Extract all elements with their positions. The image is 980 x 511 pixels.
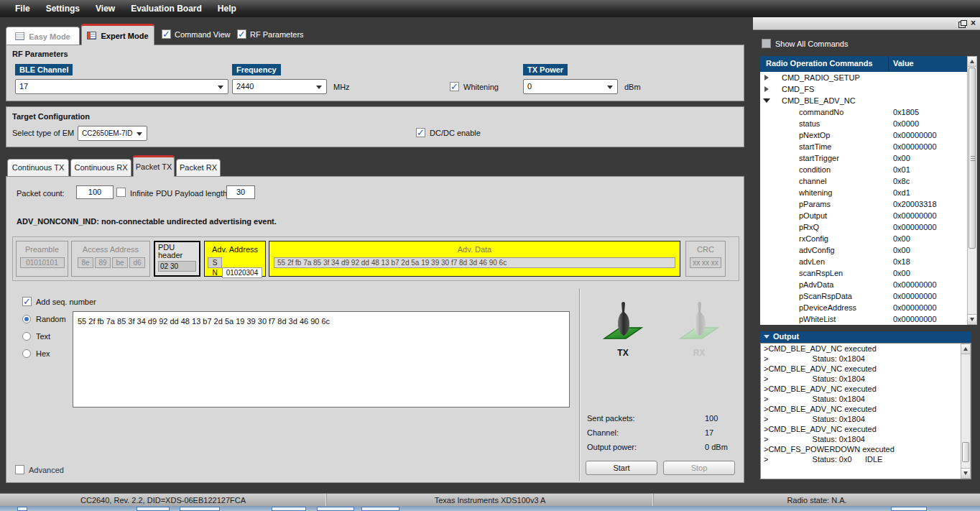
rx-indicator-label: RX: [679, 348, 719, 358]
menu-item-view[interactable]: View: [88, 1, 123, 16]
payload-textarea[interactable]: 55 2f fb 7a 85 3f 34 d9 92 dd 48 13 b7 2…: [73, 311, 570, 408]
menu-item-file[interactable]: File: [7, 1, 38, 16]
ble-channel-select[interactable]: 17: [15, 79, 228, 94]
window-edge-fragment: [361, 507, 399, 511]
command-row[interactable]: pDeviceAddress0x00000000: [760, 302, 967, 313]
tab-continuous-rx[interactable]: Continuous RX: [70, 159, 131, 177]
payload-mode-radio-text[interactable]: [22, 332, 31, 341]
tab-continuous-tx[interactable]: Continuous TX: [7, 159, 69, 177]
payload-mode-radio-hex[interactable]: [22, 349, 31, 358]
menu-item-help[interactable]: Help: [210, 1, 244, 16]
scrollbar-thumb[interactable]: [962, 442, 969, 462]
expand-arrow-icon[interactable]: [763, 98, 770, 103]
payload-mode-radio-random[interactable]: [22, 315, 31, 323]
collapse-arrow-icon[interactable]: [764, 75, 769, 80]
scroll-down-icon[interactable]: [968, 314, 976, 324]
adv-event-description: ADV_NONCONN_IND: non-connectable undirec…: [17, 217, 277, 226]
packet-count-input[interactable]: 100: [76, 185, 114, 199]
param-name: startTrigger: [799, 152, 839, 164]
command-row[interactable]: pOutput0x00000000: [760, 210, 967, 221]
command-row[interactable]: pParams0x20003318: [760, 198, 967, 210]
param-value: 0x00000000: [893, 313, 937, 325]
crc-box: CRC xx xx xx: [685, 241, 726, 277]
em-type-select[interactable]: CC2650EM-7ID: [78, 126, 147, 141]
command-row[interactable]: pAdvData0x00000000: [760, 279, 967, 290]
scroll-up-icon[interactable]: [968, 57, 976, 67]
output-scrollbar[interactable]: [961, 344, 971, 479]
command-row[interactable]: startTrigger0x00: [760, 152, 967, 164]
add-seq-checkbox[interactable]: [22, 297, 32, 306]
adv-data-value[interactable]: 55 2f fb 7a 85 3f 34 d9 92 dd 48 13 b7 2…: [274, 257, 675, 268]
scroll-up-icon[interactable]: [961, 344, 970, 354]
status-debugger: Texas Instruments XDS100v3 A: [327, 494, 654, 506]
show-all-commands-checkbox[interactable]: [762, 39, 771, 48]
adv-address-value[interactable]: 01020304: [222, 267, 262, 278]
target-configuration-title: Target Configuration: [12, 112, 90, 121]
command-row[interactable]: pScanRspData0x00000000: [760, 290, 967, 302]
adv-data-box[interactable]: Adv. Data 55 2f fb 7a 85 3f 34 d9 92 dd …: [269, 241, 680, 277]
pdu-header-value[interactable]: 02 30: [158, 261, 196, 272]
menu-item-evaluation-board[interactable]: Evaluation Board: [123, 1, 210, 16]
whitening-checkbox[interactable]: [450, 82, 459, 91]
param-value: 0x00000000: [893, 129, 937, 141]
window-edge-fragment: [137, 507, 170, 511]
pdu-payload-label: PDU Payload length:: [156, 189, 229, 198]
command-row[interactable]: condition0x01: [760, 164, 967, 175]
command-row[interactable]: advLen0x18: [760, 256, 967, 267]
command-table-header: Radio Operation Commands Value: [760, 56, 967, 72]
pdu-header-box[interactable]: PDU header 02 30: [154, 241, 200, 277]
param-value: 0x00000000: [893, 210, 937, 221]
command-row[interactable]: rxConfig0x00: [760, 233, 967, 244]
command-row[interactable]: channel0x8c: [760, 175, 967, 187]
command-row[interactable]: CMD_RADIO_SETUP: [760, 72, 967, 83]
command-row[interactable]: pWhiteList0x00000000: [760, 313, 967, 325]
pdu-header-label: PDU header: [158, 244, 199, 259]
frequency-select[interactable]: 2440: [232, 79, 327, 94]
output-line: > Status: 0x0 IDLE: [761, 454, 971, 464]
stat-value: 100: [705, 414, 718, 423]
output-collapse-icon[interactable]: [764, 335, 769, 339]
tab-packet-rx[interactable]: Packet RX: [176, 159, 221, 177]
pdu-payload-input[interactable]: 30: [226, 185, 255, 199]
command-row[interactable]: pRxQ0x00000000: [760, 221, 967, 233]
param-value: 0xd1: [893, 187, 910, 198]
close-icon[interactable]: ×: [971, 18, 976, 28]
param-name: pNextOp: [799, 129, 830, 141]
command-row[interactable]: scanRspLen0x00: [760, 267, 967, 279]
rf-parameters-checkbox[interactable]: [237, 29, 246, 39]
access-byte: d6: [129, 257, 145, 268]
scrollbar-thumb[interactable]: [969, 68, 976, 249]
infinite-checkbox[interactable]: [116, 188, 126, 197]
collapse-arrow-icon[interactable]: [764, 86, 769, 92]
output-panel-header[interactable]: Output: [760, 331, 971, 343]
tab-expert-mode[interactable]: Expert Mode: [81, 24, 154, 45]
menu-item-settings[interactable]: Settings: [38, 1, 88, 16]
scroll-down-icon[interactable]: [961, 468, 970, 478]
tab-packet-tx[interactable]: Packet TX: [133, 155, 175, 177]
ble-channel-value: 17: [19, 82, 28, 91]
command-row[interactable]: status0x0000: [760, 118, 967, 129]
param-name: commandNo: [799, 106, 843, 118]
param-name: pParams: [799, 198, 831, 210]
rf-parameters-title: RF Parameters: [12, 50, 68, 58]
command-row[interactable]: pNextOp0x00000000: [760, 129, 967, 141]
command-view-checkbox[interactable]: [162, 29, 171, 39]
command-row[interactable]: CMD_FS: [760, 83, 967, 95]
command-row[interactable]: advConfig0x00: [760, 244, 967, 256]
param-name: condition: [799, 164, 831, 175]
output-line: > Status: 0x1804: [761, 394, 971, 404]
start-button[interactable]: Start: [586, 461, 657, 475]
adv-address-box[interactable]: Adv. Address S N01020304: [204, 241, 266, 277]
tab-easy-mode[interactable]: Easy Mode: [6, 27, 80, 45]
command-table-scrollbar[interactable]: [967, 56, 977, 325]
command-row[interactable]: startTime0x00000000: [760, 141, 967, 152]
float-icon[interactable]: [958, 22, 966, 28]
command-row[interactable]: CMD_BLE_ADV_NC: [760, 95, 967, 106]
advanced-checkbox[interactable]: [15, 465, 24, 474]
infinite-label: Infinite: [130, 189, 153, 198]
stop-button[interactable]: Stop: [663, 461, 735, 475]
dcdc-enable-checkbox[interactable]: [416, 128, 425, 137]
command-row[interactable]: whitening0xd1: [760, 187, 967, 198]
command-row[interactable]: commandNo0x1805: [760, 106, 967, 118]
tx-power-select[interactable]: 0: [523, 79, 618, 94]
